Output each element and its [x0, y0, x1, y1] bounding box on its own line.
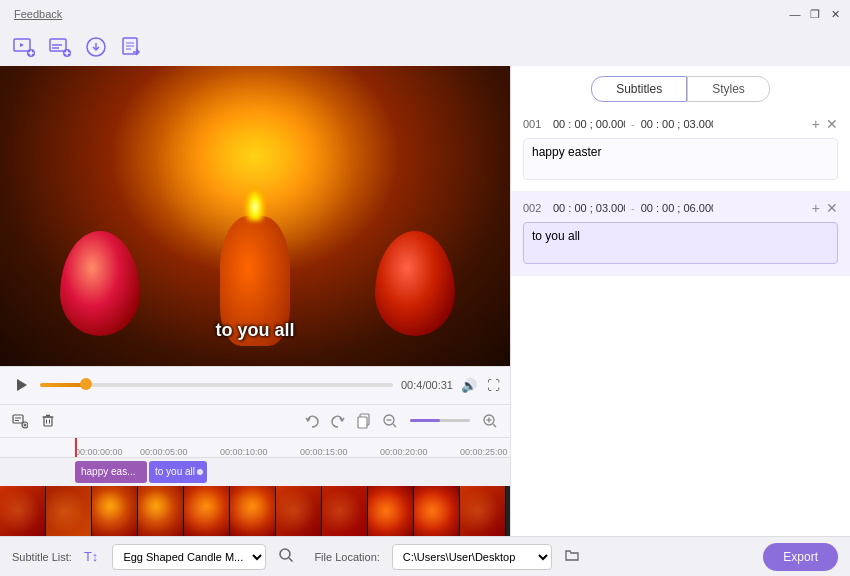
- subtitle-end-2[interactable]: [641, 202, 713, 214]
- svg-marker-1: [20, 43, 24, 47]
- close-button[interactable]: ✕: [826, 5, 844, 23]
- film-frame-4: [138, 486, 184, 536]
- zoom-track[interactable]: [410, 419, 470, 422]
- add-subtitle-icon: [49, 36, 71, 58]
- import-subtitles-button[interactable]: [82, 33, 110, 61]
- film-frame-10: [414, 486, 460, 536]
- svg-line-33: [393, 424, 396, 427]
- add-text-button[interactable]: [10, 411, 30, 431]
- timeline-toolbar: [0, 404, 510, 438]
- subtitle-list-icon: T↕: [84, 549, 98, 564]
- undo-button[interactable]: [302, 411, 322, 431]
- export-icon: [121, 36, 143, 58]
- file-location-label: File Location:: [314, 551, 379, 563]
- svg-rect-30: [358, 417, 367, 428]
- zoom-out-button[interactable]: [380, 411, 400, 431]
- subtitle-item-2: 002 - + ✕ to you all: [511, 192, 850, 276]
- play-icon: [17, 379, 27, 391]
- subtitle-delete-2[interactable]: ✕: [826, 200, 838, 216]
- film-frame-2: [46, 486, 92, 536]
- browse-folder-button[interactable]: [564, 547, 580, 566]
- main-toolbar: [0, 28, 850, 66]
- film-frame-5: [184, 486, 230, 536]
- minimize-button[interactable]: —: [786, 5, 804, 23]
- film-frame-9: [368, 486, 414, 536]
- bottom-bar: Subtitle List: T↕ Egg Shaped Candle M...…: [0, 536, 850, 576]
- subtitle-num-2: 002: [523, 202, 547, 214]
- video-placeholder: to you all: [0, 66, 510, 366]
- fullscreen-icon[interactable]: ⛶: [487, 378, 500, 393]
- svg-rect-18: [13, 415, 23, 423]
- time-dash-1: -: [631, 118, 635, 130]
- subtitle-delete-1[interactable]: ✕: [826, 116, 838, 132]
- feedback-link[interactable]: Feedback: [14, 8, 62, 20]
- clip-handle: [197, 469, 203, 475]
- subtitle-start-1[interactable]: [553, 118, 625, 130]
- subtitle-item-1: 001 - + ✕ happy easter: [511, 108, 850, 192]
- subtitle-add-1[interactable]: +: [812, 116, 820, 132]
- svg-point-38: [280, 549, 290, 559]
- subtitle-track: happy eas... to you all: [0, 458, 510, 486]
- search-icon: [278, 547, 294, 563]
- video-filmstrip: [0, 486, 510, 536]
- redo-button[interactable]: [328, 411, 348, 431]
- subtitle-end-1[interactable]: [641, 118, 713, 130]
- main-content: to you all 00:4/00:31 🔊 ⛶: [0, 66, 850, 536]
- volume-icon[interactable]: 🔊: [461, 378, 477, 393]
- video-area: to you all: [0, 66, 510, 366]
- film-frame-11: [460, 486, 506, 536]
- file-path-select[interactable]: C:\Users\User\Desktop: [392, 544, 552, 570]
- title-bar: Feedback — ❐ ✕: [0, 0, 850, 28]
- zoom-in-icon: [482, 413, 498, 429]
- film-frame-3: [92, 486, 138, 536]
- film-frame-7: [276, 486, 322, 536]
- subtitle-start-2[interactable]: [553, 202, 625, 214]
- ruler-mark-0: 00:00:00:00: [75, 447, 123, 456]
- film-frame-1: [0, 486, 46, 536]
- track-clips: happy eas... to you all: [75, 461, 207, 483]
- search-subtitle-button[interactable]: [278, 547, 294, 566]
- text-add-icon: [12, 413, 28, 429]
- subtitle-text-1[interactable]: happy easter: [523, 138, 838, 180]
- subtitle-file-select[interactable]: Egg Shaped Candle M...: [112, 544, 266, 570]
- svg-line-37: [493, 424, 496, 427]
- video-panel: to you all 00:4/00:31 🔊 ⛶: [0, 66, 510, 536]
- export-subtitle-button[interactable]: [118, 33, 146, 61]
- add-media-icon: [13, 36, 35, 58]
- ruler-mark-5: 00:00:25:00: [460, 447, 508, 456]
- filmstrip-frames: [0, 486, 506, 536]
- timeline-ruler: 00:00:00:00 00:00:05:00 00:00:10:00 00:0…: [0, 437, 510, 457]
- ruler-mark-1: 00:00:05:00: [140, 447, 188, 456]
- tab-subtitles[interactable]: Subtitles: [591, 76, 687, 102]
- subtitle-header-2: 002 - + ✕: [523, 200, 838, 216]
- svg-line-39: [289, 558, 293, 562]
- copy-clip-button[interactable]: [354, 411, 374, 431]
- add-media-button[interactable]: [10, 33, 38, 61]
- restore-button[interactable]: ❐: [806, 5, 824, 23]
- clip-happy-easter[interactable]: happy eas...: [75, 461, 147, 483]
- film-frame-6: [230, 486, 276, 536]
- redo-icon: [330, 413, 346, 429]
- playhead: [75, 438, 77, 457]
- subtitle-text-2[interactable]: to you all: [523, 222, 838, 264]
- play-button[interactable]: [10, 374, 32, 396]
- zoom-fill: [410, 419, 440, 422]
- folder-icon: [564, 547, 580, 563]
- progress-track[interactable]: [40, 383, 393, 387]
- subtitle-add-2[interactable]: +: [812, 200, 820, 216]
- ruler-mark-2: 00:00:10:00: [220, 447, 268, 456]
- progress-thumb[interactable]: [80, 378, 92, 390]
- tab-styles[interactable]: Styles: [687, 76, 770, 102]
- import-icon: [85, 36, 107, 58]
- clip-to-you-all[interactable]: to you all: [149, 461, 207, 483]
- delete-clip-button[interactable]: [38, 411, 58, 431]
- time-dash-2: -: [631, 202, 635, 214]
- video-subtitle-overlay: to you all: [215, 320, 294, 341]
- add-subtitle-track-button[interactable]: [46, 33, 74, 61]
- playback-bar: 00:4/00:31 🔊 ⛶: [0, 366, 510, 404]
- undo-icon: [304, 413, 320, 429]
- subtitle-list-label: Subtitle List:: [12, 551, 72, 563]
- export-button[interactable]: Export: [763, 543, 838, 571]
- candle-flame: [245, 186, 265, 221]
- zoom-in-button[interactable]: [480, 411, 500, 431]
